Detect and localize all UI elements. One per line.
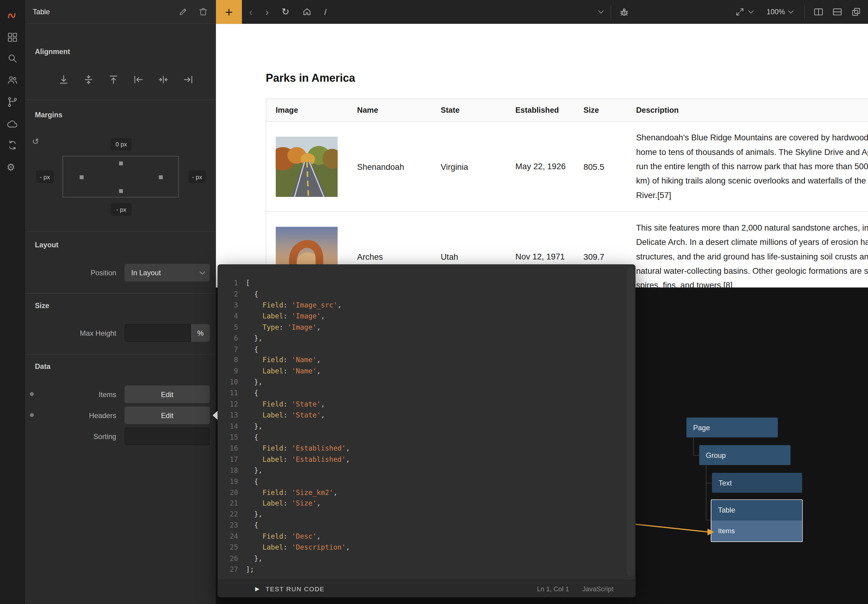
page-chevron-down-icon[interactable] <box>598 8 604 13</box>
preview-canvas[interactable]: Parks in America Image Name State Establ… <box>216 24 868 287</box>
margin-handle-left[interactable] <box>80 175 84 179</box>
cell-size: 805.5 <box>574 162 627 171</box>
delete-trash-icon[interactable] <box>198 7 208 17</box>
node-table-items-port[interactable]: Items <box>711 521 802 541</box>
version-control-icon[interactable] <box>7 96 18 108</box>
nav-forward-icon[interactable]: › <box>265 6 269 18</box>
section-divider <box>25 293 216 294</box>
zoom-select[interactable]: 100% <box>767 8 793 16</box>
align-bottom-icon[interactable] <box>58 74 69 85</box>
viewport-size-button[interactable] <box>735 7 753 17</box>
cursor-position: Ln 1, Col 1 <box>537 585 569 592</box>
margin-left-value[interactable]: - px <box>36 170 54 183</box>
cloud-icon[interactable] <box>7 119 18 130</box>
column-header: State <box>431 106 506 114</box>
margin-handle-bottom[interactable] <box>119 189 123 193</box>
max-height-label: Max Height <box>25 329 116 337</box>
position-select[interactable]: In Layout <box>125 264 210 281</box>
margins-reset-icon[interactable]: ↺ <box>32 137 39 147</box>
node-text[interactable]: Text <box>712 473 802 493</box>
margins-section-label: Margins <box>35 111 63 119</box>
align-center-icon[interactable] <box>158 74 169 85</box>
items-port-dot[interactable] <box>30 392 34 396</box>
top-toolbar: + ‹ › ↻ / 100% <box>216 0 868 24</box>
editor-footer: ▶ TEST RUN CODE Ln 1, Col 1 JavaScript <box>217 580 636 597</box>
search-icon[interactable] <box>7 53 18 64</box>
description-line: natural water-collecting basins. Other g… <box>636 264 868 278</box>
cell-established: Nov 12, 1971 <box>506 249 574 264</box>
description-line: River.[57] <box>636 188 868 202</box>
page-title: Parks in America <box>266 72 355 85</box>
max-height-unit-toggle[interactable]: % <box>191 324 210 342</box>
node-group[interactable]: Group <box>699 445 790 465</box>
align-right-icon[interactable] <box>183 74 194 85</box>
split-rows-icon[interactable] <box>832 7 843 17</box>
home-icon[interactable] <box>302 7 312 17</box>
chevron-down-icon <box>788 8 794 13</box>
add-node-button[interactable]: + <box>216 0 242 24</box>
description-line: Shenandoah's Blue Ridge Mountains are co… <box>636 131 868 145</box>
margin-right-value[interactable]: - px <box>188 170 206 183</box>
align-top-icon[interactable] <box>108 74 119 85</box>
description-line: Delicate Arch. In a desert climate milli… <box>636 235 868 249</box>
code-editor-popup[interactable]: 1[2 {3 Field: 'Image_src',4 Label: 'Imag… <box>217 264 636 597</box>
cell-state: Utah <box>431 252 506 261</box>
align-middle-icon[interactable] <box>83 74 94 85</box>
items-edit-button[interactable]: Edit <box>125 386 210 403</box>
tree-connector <box>693 437 694 455</box>
code-lines[interactable]: 1[2 {3 Field: 'Image_src',4 Label: 'Imag… <box>217 264 636 580</box>
nav-back-icon[interactable]: ‹ <box>249 6 253 18</box>
toolbar-divider <box>611 5 611 19</box>
headers-label: Headers <box>25 411 116 419</box>
sync-icon[interactable] <box>7 139 18 151</box>
split-columns-icon[interactable] <box>813 7 824 17</box>
align-left-icon[interactable] <box>133 74 144 85</box>
max-height-input[interactable] <box>125 324 191 342</box>
margin-handle-top[interactable] <box>119 161 123 165</box>
editor-language: JavaScript <box>583 585 614 592</box>
margin-top-value[interactable]: 0 px <box>111 138 132 150</box>
tree-connector <box>693 455 699 456</box>
cell-size: 309.7 <box>574 252 627 261</box>
toolbar-divider <box>804 5 805 19</box>
margin-bottom-value[interactable]: - px <box>111 203 132 216</box>
headers-port-dot[interactable] <box>30 413 34 417</box>
refresh-icon[interactable]: ↻ <box>282 6 290 18</box>
cell-state: Virginia <box>431 162 506 171</box>
park-photo-shenandoah <box>267 136 348 196</box>
margin-handle-right[interactable] <box>159 175 163 179</box>
items-label: Items <box>25 390 116 398</box>
data-section-label: Data <box>35 362 51 370</box>
app-logo-icon[interactable] <box>7 9 18 21</box>
test-run-code-button[interactable]: ▶ TEST RUN CODE <box>255 585 324 592</box>
headers-connection-wire <box>636 519 718 541</box>
alignment-toolbar <box>58 74 194 85</box>
cell-name: Arches <box>348 252 431 261</box>
description-line: spires, fins, and towers.[8] <box>636 278 868 288</box>
sorting-input[interactable] <box>125 428 210 445</box>
settings-gear-icon[interactable]: ⚙ <box>7 161 18 173</box>
components-grid-icon[interactable] <box>7 32 18 43</box>
breadcrumb-path[interactable]: / <box>324 8 326 16</box>
play-icon: ▶ <box>255 586 260 592</box>
chevron-down-icon <box>748 8 754 13</box>
parks-table[interactable]: Image Name State Established Size Descri… <box>266 99 868 288</box>
headers-edit-button[interactable]: Edit <box>125 406 210 424</box>
debug-bug-icon[interactable] <box>619 7 629 17</box>
tree-connector <box>706 465 707 520</box>
inspector-title: Table <box>33 8 50 16</box>
rename-pencil-icon[interactable] <box>178 7 188 17</box>
collaborators-icon[interactable] <box>7 74 18 86</box>
margins-box <box>63 156 179 198</box>
cell-name: Shenandoah <box>348 162 431 171</box>
node-table-selected[interactable]: Table Items <box>711 499 803 542</box>
editor-scrollbar[interactable] <box>626 268 634 576</box>
table-header-row: Image Name State Established Size Descri… <box>266 99 868 122</box>
node-page[interactable]: Page <box>687 417 778 437</box>
position-label: Position <box>25 269 116 277</box>
description-line: home to tens of thousands of animals. Th… <box>636 145 868 159</box>
cell-established: May 22, 1926 <box>506 159 574 173</box>
float-windows-icon[interactable] <box>851 7 862 17</box>
description-line: run the entire length of this narrow par… <box>636 159 868 173</box>
column-header: Established <box>506 103 574 117</box>
